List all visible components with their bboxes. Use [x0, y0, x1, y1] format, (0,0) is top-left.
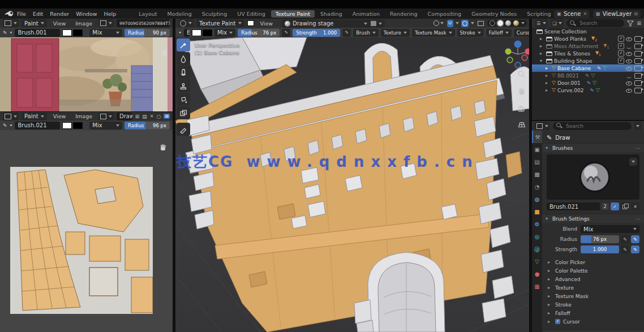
primary-color-swatch[interactable]: [62, 122, 72, 129]
show-overlays-toggle[interactable]: [476, 21, 485, 26]
new-view-layer-icon[interactable]: ⊞: [634, 11, 638, 16]
brush-name-field[interactable]: Brush.021: [547, 202, 600, 210]
rendered-shading-button[interactable]: [513, 20, 519, 26]
secondary-color-swatch[interactable]: [73, 122, 83, 129]
solid-shading-button[interactable]: [497, 20, 503, 26]
disclosure-icon[interactable]: ▸: [546, 88, 550, 93]
fake-user-shield-button[interactable]: ✓: [611, 202, 619, 210]
tool-annotate[interactable]: [177, 123, 190, 136]
outliner-row-curve002[interactable]: ▸ ▽ Curve.002 ✎ ▽: [532, 87, 644, 94]
radius-pressure-toggle[interactable]: ✎: [631, 235, 639, 243]
subpanel-advanced[interactable]: ▸Advanced: [542, 275, 644, 283]
secondary-color-swatch[interactable]: [203, 29, 212, 36]
render-visibility-icon[interactable]: [634, 80, 642, 86]
hide-eye-icon[interactable]: [626, 36, 633, 42]
tab-object[interactable]: ■: [532, 205, 542, 218]
image-name-field[interactable]: 99700903562097884T7A888d8d8V99.png: [117, 19, 170, 27]
disclosure-icon[interactable]: ▸: [546, 66, 550, 71]
strength-slider[interactable]: Strength 1.000: [293, 29, 340, 37]
hide-eye-icon[interactable]: [626, 50, 633, 57]
tab-uv-editing[interactable]: UV Editing: [233, 10, 270, 18]
snap-toggle-icon[interactable]: ⊞: [164, 114, 170, 119]
disclosure-icon[interactable]: ▸: [546, 73, 550, 78]
brush-users-count[interactable]: 2: [602, 203, 609, 210]
brush-name-field[interactable]: Brush.021: [15, 122, 60, 130]
blend-mode-dropdown[interactable]: Mix: [89, 122, 122, 130]
brush-name-field[interactable]: Brush.001: [15, 29, 60, 37]
view-layer-selector[interactable]: ▩ ViewLayer ⊞: [593, 10, 641, 18]
hide-eye-icon[interactable]: [626, 58, 633, 64]
tab-sculpting[interactable]: Sculpting: [198, 10, 231, 18]
image-name-field[interactable]: Drawing stage: [117, 113, 132, 120]
tab-scene[interactable]: ◔: [532, 180, 542, 193]
outliner-row-scene-collection[interactable]: Scene Collection: [532, 28, 644, 35]
render-visibility-icon[interactable]: [634, 88, 642, 93]
tab-output[interactable]: ▤: [532, 156, 542, 168]
pin-icon[interactable]: ○: [156, 114, 161, 119]
unlink-image-icon[interactable]: ✕: [150, 114, 154, 119]
camera-view-icon[interactable]: [517, 104, 526, 113]
strength-pressure-toggle[interactable]: ✎: [631, 245, 639, 253]
view-menu[interactable]: View: [50, 20, 70, 27]
proportional-dropdown[interactable]: [471, 22, 474, 24]
editor-type-button[interactable]: [3, 113, 19, 120]
disclosure-icon[interactable]: ▸: [540, 51, 544, 56]
shading-dropdown[interactable]: [521, 22, 525, 24]
subpanel-stroke[interactable]: ▸Stroke: [542, 300, 644, 309]
properties-editor-type[interactable]: [535, 122, 550, 130]
exclude-checkbox[interactable]: ✓: [618, 58, 624, 64]
outliner-row-bb0021[interactable]: ▸ ▽ BB.0021 ✎ ▽: [532, 72, 644, 79]
tab-view-layer[interactable]: ▩: [532, 168, 542, 180]
tab-shading[interactable]: Shading: [316, 10, 347, 18]
tab-material[interactable]: ●: [532, 268, 542, 280]
texture-swatch-dropdown[interactable]: [368, 20, 385, 28]
outliner-filter-mode[interactable]: ❏: [551, 19, 564, 27]
browse-image-button[interactable]: [98, 19, 114, 27]
navigation-gizmo[interactable]: [502, 38, 529, 70]
asset-shelf-expand-button[interactable]: [629, 158, 637, 166]
editor-type-button[interactable]: [178, 19, 194, 27]
render-visibility-icon[interactable]: [634, 66, 642, 71]
symmetry-panel-header[interactable]: ▸ Symmetry ⋯: [542, 329, 644, 332]
texture-slot-dropdown[interactable]: Drawing stage: [282, 20, 370, 28]
subpanel-color-palette[interactable]: ▸Color Palette: [542, 266, 644, 275]
disclosure-icon[interactable]: ▸: [546, 80, 550, 85]
subpanel-falloff[interactable]: ▸Falloff: [542, 309, 644, 317]
image-menu[interactable]: Image: [72, 113, 96, 119]
properties-options[interactable]: [634, 122, 641, 130]
properties-search[interactable]: [553, 122, 632, 130]
outliner-row-wood-planks[interactable]: ▸ Wood Planks ▼2 ✓: [532, 35, 644, 42]
menu-window[interactable]: Window: [72, 11, 100, 17]
hide-eye-icon[interactable]: [626, 43, 633, 49]
new-collection-icon[interactable]: ⊞: [637, 20, 641, 26]
filter-funnel-icon[interactable]: [627, 20, 634, 27]
strength-slider[interactable]: 1.000: [581, 245, 619, 253]
pan-hand-icon[interactable]: [160, 49, 168, 57]
disclosure-icon[interactable]: ▾: [540, 58, 544, 63]
render-visibility-icon[interactable]: [634, 51, 642, 57]
outliner-row-base-cabane[interactable]: ▸ ▽ Base Cabane ✎ ▽: [532, 64, 644, 72]
tab-scripting[interactable]: Scripting: [522, 10, 555, 18]
open-image-icon[interactable]: ▤: [142, 114, 147, 119]
blend-mode-dropdown[interactable]: Mix: [89, 29, 122, 37]
radius-eyedropper-button[interactable]: ✎: [621, 235, 629, 243]
tab-physics[interactable]: ◎: [532, 230, 542, 243]
tab-modifiers[interactable]: ⚙: [532, 218, 542, 230]
brush-settings-panel-header[interactable]: ▾ Brush Settings ⋯: [542, 214, 644, 223]
render-visibility-icon[interactable]: [634, 44, 642, 49]
move-view-hand-icon[interactable]: [517, 87, 526, 96]
tab-rendering[interactable]: Rendering: [385, 10, 422, 18]
outliner-row-door001[interactable]: ▸ ▽ Door.001 ✎ ▽: [532, 79, 644, 87]
tab-constraints[interactable]: @: [532, 243, 542, 255]
tool-smear[interactable]: [177, 66, 190, 79]
unlink-brush-button[interactable]: ✕: [631, 202, 639, 210]
radius-slider[interactable]: Radius 90 px: [124, 29, 170, 37]
snap-dropdown[interactable]: [456, 22, 459, 24]
hide-eye-icon[interactable]: [626, 80, 633, 86]
secondary-color-swatch[interactable]: [73, 29, 83, 36]
render-visibility-icon[interactable]: [634, 58, 642, 64]
radius-pressure-toggle[interactable]: ✎: [282, 29, 290, 37]
tab-geometry-nodes[interactable]: Geometry Nodes: [467, 10, 521, 18]
subpanel-texture[interactable]: ▸Texture: [542, 283, 644, 292]
radius-slider[interactable]: Radius 76 px: [238, 29, 280, 37]
